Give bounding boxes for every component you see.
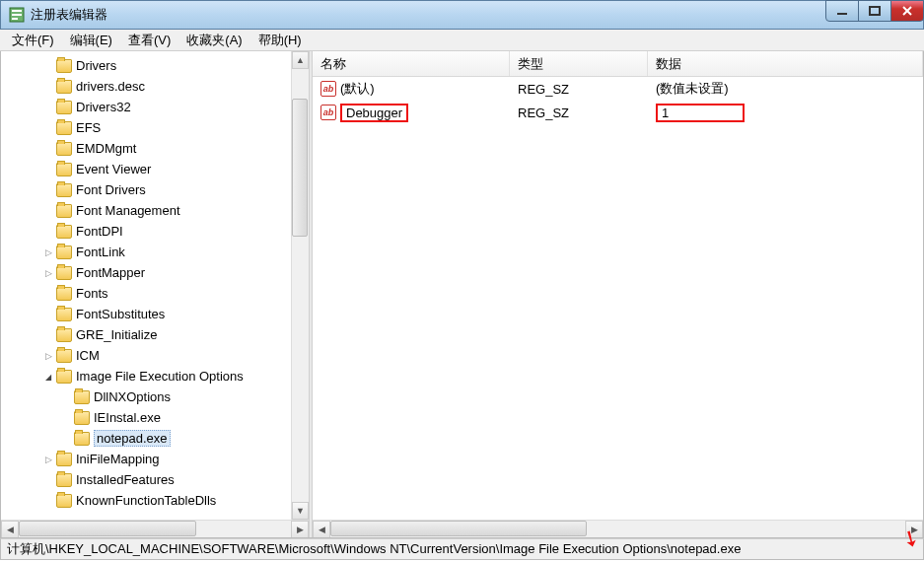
value-row[interactable]: abDebuggerREG_SZ1 xyxy=(313,101,923,124)
value-type-cell: REG_SZ xyxy=(510,82,648,97)
tree-horizontal-scrollbar[interactable]: ◀ ▶ xyxy=(1,520,309,537)
value-row[interactable]: ab(默认)REG_SZ(数值未设置) xyxy=(313,77,923,101)
tree-item[interactable]: IniFileMapping xyxy=(1,449,309,469)
value-data-cell: (数值未设置) xyxy=(648,80,923,98)
folder-icon xyxy=(56,308,72,321)
tree-item-label: KnownFunctionTableDlls xyxy=(76,493,216,508)
tree-item-label: InstalledFeatures xyxy=(76,472,175,487)
menu-favorites[interactable]: 收藏夹(A) xyxy=(178,30,249,51)
folder-icon xyxy=(56,494,72,508)
window-controls xyxy=(825,1,923,22)
folder-icon xyxy=(74,390,90,404)
tree-item[interactable]: FontMapper xyxy=(1,262,309,283)
tree-item[interactable]: EFS xyxy=(1,117,309,138)
tree-item[interactable]: KnownFunctionTableDlls xyxy=(1,490,309,511)
tree-item[interactable]: EMDMgmt xyxy=(1,138,309,159)
scroll-left-arrow-icon[interactable]: ◀ xyxy=(1,521,19,538)
tree-item[interactable]: DllNXOptions xyxy=(1,386,309,407)
column-header-data[interactable]: 数据 xyxy=(648,51,923,76)
tree-item-label: drivers.desc xyxy=(76,79,145,94)
folder-icon xyxy=(56,121,72,135)
app-icon xyxy=(9,7,25,23)
folder-icon xyxy=(56,349,72,363)
tree-item-label: EMDMgmt xyxy=(76,141,136,156)
folder-icon xyxy=(56,370,72,384)
tree-item-label: FontLink xyxy=(76,245,125,259)
tree-item-label: Drivers32 xyxy=(76,100,131,114)
tree-item-label: DllNXOptions xyxy=(94,389,171,404)
svg-rect-2 xyxy=(12,14,22,16)
tree-item[interactable]: FontDPI xyxy=(1,221,309,242)
tree-item[interactable]: Fonts xyxy=(1,283,309,304)
folder-icon xyxy=(56,328,72,342)
value-type-cell: REG_SZ xyxy=(510,105,648,120)
folder-icon xyxy=(56,225,72,239)
folder-icon xyxy=(74,432,90,446)
tree-item[interactable]: Image File Execution Options xyxy=(1,366,309,386)
folder-icon xyxy=(56,142,72,156)
tree-item-label: FontDPI xyxy=(76,224,123,239)
tree-toggle-icon[interactable] xyxy=(40,267,56,278)
tree-item[interactable]: Drivers xyxy=(1,55,309,76)
scroll-down-arrow-icon[interactable]: ▼ xyxy=(292,502,309,520)
tree-toggle-icon[interactable] xyxy=(40,350,56,361)
tree-item[interactable]: ICM xyxy=(1,345,309,366)
value-data: (数值未设置) xyxy=(656,80,729,98)
reg-string-icon: ab xyxy=(320,81,336,97)
tree-item[interactable]: InstalledFeatures xyxy=(1,469,309,490)
tree-item-label: Font Drivers xyxy=(76,182,146,197)
tree-item-label: IniFileMapping xyxy=(76,452,160,466)
tree-toggle-icon[interactable] xyxy=(40,454,56,464)
scroll-thumb[interactable] xyxy=(19,521,196,536)
tree-pane: Driversdrivers.descDrivers32EFSEMDMgmtEv… xyxy=(1,51,309,537)
minimize-button[interactable] xyxy=(825,0,859,22)
value-list[interactable]: ab(默认)REG_SZ(数值未设置)abDebuggerREG_SZ1 xyxy=(313,77,923,124)
scroll-thumb[interactable] xyxy=(292,99,308,237)
scroll-right-arrow-icon[interactable]: ▶ xyxy=(291,521,309,538)
list-horizontal-scrollbar[interactable]: ◀ ▶ xyxy=(313,520,923,537)
folder-icon xyxy=(56,101,72,114)
folder-icon xyxy=(56,266,72,280)
statusbar: 计算机\HKEY_LOCAL_MACHINE\SOFTWARE\Microsof… xyxy=(0,538,924,560)
scroll-left-arrow-icon[interactable]: ◀ xyxy=(313,521,330,538)
column-header-name[interactable]: 名称 xyxy=(313,51,510,76)
tree-item[interactable]: Event Viewer xyxy=(1,159,309,179)
svg-rect-5 xyxy=(870,7,880,15)
column-header-type[interactable]: 类型 xyxy=(510,51,648,76)
menu-view[interactable]: 查看(V) xyxy=(120,30,178,51)
folder-icon xyxy=(56,80,72,94)
tree-item[interactable]: Drivers32 xyxy=(1,97,309,117)
tree-vertical-scrollbar[interactable]: ▲ ▼ xyxy=(291,51,309,520)
tree-toggle-icon[interactable] xyxy=(40,246,56,257)
registry-tree[interactable]: Driversdrivers.descDrivers32EFSEMDMgmtEv… xyxy=(1,51,309,520)
folder-icon xyxy=(56,163,72,176)
tree-item[interactable]: FontLink xyxy=(1,242,309,262)
svg-rect-3 xyxy=(12,18,18,20)
scroll-up-arrow-icon[interactable]: ▲ xyxy=(292,51,309,69)
value-name: Debugger xyxy=(340,104,408,122)
tree-item-label: GRE_Initialize xyxy=(76,327,157,342)
tree-item[interactable]: notepad.exe xyxy=(1,428,309,449)
close-button[interactable] xyxy=(890,0,924,22)
tree-item[interactable]: GRE_Initialize xyxy=(1,324,309,345)
statusbar-path: 计算机\HKEY_LOCAL_MACHINE\SOFTWARE\Microsof… xyxy=(7,540,741,558)
window-title: 注册表编辑器 xyxy=(31,6,107,24)
menu-edit[interactable]: 编辑(E) xyxy=(62,30,120,51)
tree-item-label: Fonts xyxy=(76,286,108,301)
menu-file[interactable]: 文件(F) xyxy=(4,30,62,51)
list-pane: 名称 类型 数据 ab(默认)REG_SZ(数值未设置)abDebuggerRE… xyxy=(313,51,923,537)
tree-item[interactable]: Font Drivers xyxy=(1,179,309,200)
tree-item[interactable]: drivers.desc xyxy=(1,76,309,97)
folder-icon xyxy=(56,453,72,466)
tree-item-label: ICM xyxy=(76,348,100,363)
tree-item[interactable]: FontSubstitutes xyxy=(1,304,309,324)
tree-item-label: notepad.exe xyxy=(94,430,171,447)
menu-help[interactable]: 帮助(H) xyxy=(250,30,310,51)
scroll-thumb[interactable] xyxy=(330,521,587,536)
tree-item[interactable]: IEInstal.exe xyxy=(1,407,309,428)
tree-toggle-icon[interactable] xyxy=(40,371,56,382)
tree-item-label: EFS xyxy=(76,120,101,135)
tree-item[interactable]: Font Management xyxy=(1,200,309,221)
maximize-button[interactable] xyxy=(858,0,891,22)
titlebar[interactable]: 注册表编辑器 xyxy=(0,0,924,30)
